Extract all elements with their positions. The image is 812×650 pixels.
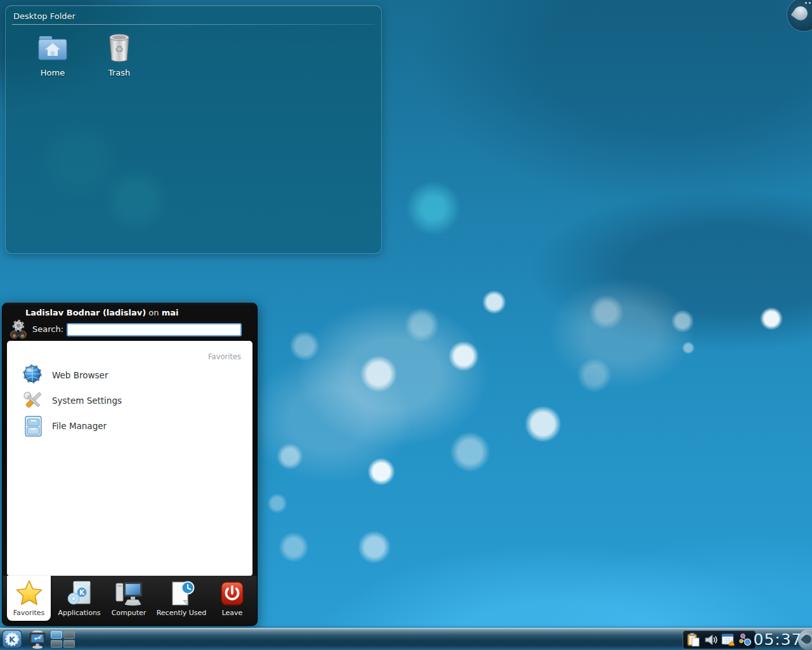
pager-desktop-2[interactable] xyxy=(63,631,75,639)
tab-leave[interactable]: Leave xyxy=(211,576,254,620)
svg-text:K: K xyxy=(79,589,85,596)
favorite-item-system-settings[interactable]: System Settings xyxy=(21,388,237,413)
favorites-section-label: Favorites xyxy=(208,352,241,361)
favorite-item-label: File Manager xyxy=(52,421,107,431)
kickoff-content-panel: Favorites Web Browser xyxy=(7,341,252,576)
tab-computer[interactable]: Computer xyxy=(105,576,152,620)
clipboard-icon[interactable] xyxy=(686,632,701,647)
file-manager-icon xyxy=(21,414,45,438)
host-name: mai xyxy=(162,308,179,317)
folder-view-plasmoid: Desktop Folder Home xyxy=(5,5,382,254)
device-notifier-button[interactable] xyxy=(26,629,49,649)
desktop-icon-label: Home xyxy=(41,68,65,77)
search-input[interactable] xyxy=(67,323,242,336)
svg-text:K: K xyxy=(9,635,16,644)
pager-desktop-3[interactable] xyxy=(51,640,62,647)
calendar-reminder-icon[interactable] xyxy=(721,632,736,647)
virtual-desktop-pager xyxy=(51,631,76,647)
folder-view-title: Desktop Folder xyxy=(13,11,75,21)
kde-menu-button[interactable]: K xyxy=(2,630,22,649)
kickoff-user-line: Ladislav Bodnar (ladislav) on mai xyxy=(25,308,178,317)
user-fullname: Ladislav Bodnar (ladislav) xyxy=(25,308,146,317)
kde-menu-icon: K xyxy=(2,630,22,649)
pager-desktop-1[interactable] xyxy=(51,631,62,639)
applications-icon: K xyxy=(65,578,94,607)
recently-used-icon xyxy=(167,578,196,607)
digital-clock[interactable]: 05:37 xyxy=(756,629,799,649)
tab-favorites[interactable]: Favorites xyxy=(7,576,51,621)
favorite-item-file-manager[interactable]: File Manager xyxy=(21,413,237,439)
leave-icon xyxy=(218,578,246,607)
kickoff-menu: Ladislav Bodnar (ladislav) on mai Search… xyxy=(2,303,258,626)
system-settings-icon xyxy=(21,388,45,413)
home-folder-icon xyxy=(36,31,69,64)
search-label: Search: xyxy=(32,324,63,334)
star-icon xyxy=(15,578,44,607)
tab-label: Applications xyxy=(58,609,100,617)
pager-desktop-4[interactable] xyxy=(63,640,75,647)
favorite-item-web-browser[interactable]: Web Browser xyxy=(21,362,237,388)
tab-label: Favorites xyxy=(13,609,45,617)
search-icon xyxy=(8,319,29,340)
svg-text:♻: ♻ xyxy=(115,43,124,55)
desktop-icon-trash[interactable]: ♻ Trash xyxy=(89,31,150,77)
favorite-item-label: Web Browser xyxy=(52,370,108,380)
folder-view-separator xyxy=(12,24,375,25)
device-notifier-icon xyxy=(26,629,49,649)
tab-recently-used[interactable]: Recently Used xyxy=(155,576,208,620)
tab-label: Recently Used xyxy=(157,609,207,617)
volume-icon[interactable] xyxy=(703,632,718,647)
trash-icon: ♻ xyxy=(103,31,136,64)
desktop-icon-home[interactable]: Home xyxy=(22,31,83,77)
tab-label: Leave xyxy=(222,609,243,617)
favorite-item-label: System Settings xyxy=(52,395,122,406)
computer-icon xyxy=(114,578,143,607)
tab-applications[interactable]: K Applications xyxy=(56,576,103,620)
system-tray xyxy=(683,630,756,649)
tab-label: Computer xyxy=(112,609,147,617)
kickoff-tab-bar: Favorites K Applications xyxy=(3,576,257,625)
taskbar-panel: K xyxy=(0,628,812,650)
desktop-icon-label: Trash xyxy=(108,68,130,77)
molecule-icon[interactable] xyxy=(738,632,753,647)
web-browser-icon xyxy=(21,363,45,387)
